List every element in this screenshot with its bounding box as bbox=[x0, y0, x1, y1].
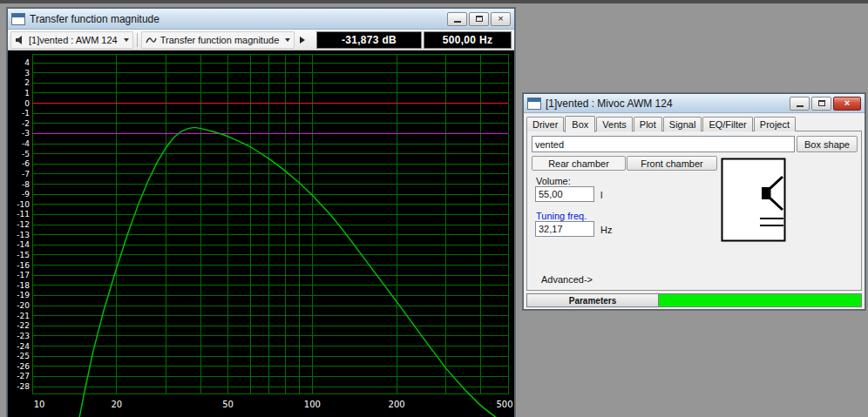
x-tick-label: 10 bbox=[34, 400, 45, 409]
x-tick-label: 200 bbox=[389, 400, 405, 409]
advanced-button[interactable]: Advanced-> bbox=[541, 274, 593, 285]
minimize-button[interactable] bbox=[790, 97, 810, 111]
minimize-icon bbox=[454, 21, 461, 23]
driver-select[interactable]: [1]vented : AWM 124 bbox=[10, 31, 133, 49]
tab-driver[interactable]: Driver bbox=[526, 117, 564, 131]
close-button[interactable]: × bbox=[491, 12, 511, 26]
transfer-function-window: Transfer function magnitude × [1]vented … bbox=[7, 8, 515, 417]
plot-window-title: Transfer function magnitude bbox=[30, 13, 445, 25]
speaker-icon bbox=[15, 35, 25, 45]
mdi-background: Transfer function magnitude × [1]vented … bbox=[0, 0, 868, 417]
x-tick-label: 500 bbox=[496, 400, 512, 409]
y-tick-label: 3 bbox=[24, 69, 30, 77]
tab-signal[interactable]: Signal bbox=[663, 117, 702, 131]
close-button[interactable]: × bbox=[833, 97, 861, 111]
y-tick-label: -4 bbox=[22, 139, 30, 148]
tab-vents[interactable]: Vents bbox=[596, 117, 633, 131]
y-tick-label: -16 bbox=[17, 261, 30, 270]
tab-strip: Driver Box Vents Plot Signal EQ/Filter P… bbox=[524, 113, 865, 131]
volume-input[interactable] bbox=[535, 186, 594, 202]
y-tick-label: -1 bbox=[22, 109, 30, 118]
transfer-function-chart: 43210-1-2-3-4-5-6-7-8-9-10-11-12-13-14-1… bbox=[8, 50, 514, 417]
y-tick-label: -21 bbox=[17, 312, 30, 320]
y-tick-label: -26 bbox=[17, 362, 30, 371]
volume-label: Volume: bbox=[536, 176, 571, 186]
maximize-icon bbox=[476, 16, 483, 22]
volume-unit: l bbox=[600, 190, 602, 200]
maximize-button[interactable] bbox=[469, 12, 489, 26]
y-tick-label: -15 bbox=[17, 251, 30, 259]
box-outline bbox=[722, 159, 785, 241]
y-tick-label: -28 bbox=[17, 382, 30, 391]
y-tick-label: 4 bbox=[24, 58, 30, 67]
box-window-icon bbox=[527, 98, 541, 110]
box-shape-diagram bbox=[721, 158, 786, 242]
tab-project[interactable]: Project bbox=[754, 117, 796, 131]
box-window-title: [1]vented : Mivoc AWM 124 bbox=[546, 98, 788, 110]
curve-icon bbox=[146, 35, 157, 45]
box-properties-window: [1]vented : Mivoc AWM 124 × Driver Box V… bbox=[523, 93, 865, 310]
progress-bar bbox=[659, 293, 862, 307]
box-window-titlebar[interactable]: [1]vented : Mivoc AWM 124 × bbox=[524, 94, 865, 113]
y-tick-label: -20 bbox=[17, 301, 30, 310]
y-tick-label: -23 bbox=[17, 332, 30, 340]
y-tick-label: -22 bbox=[17, 321, 30, 330]
y-tick-label: -13 bbox=[17, 231, 30, 239]
plot-window-caption-buttons: × bbox=[445, 12, 511, 26]
y-tick-label: -19 bbox=[17, 291, 30, 299]
tuning-freq-input[interactable] bbox=[535, 221, 594, 237]
y-tick-label: -18 bbox=[17, 281, 30, 290]
graph-type-select[interactable]: Transfer function magnitude bbox=[141, 31, 295, 49]
box-window-caption-buttons: × bbox=[788, 97, 861, 111]
front-chamber-button[interactable]: Front chamber bbox=[627, 156, 717, 171]
y-tick-label: -17 bbox=[17, 271, 30, 279]
y-tick-label: -5 bbox=[22, 150, 30, 158]
tuning-freq-unit: Hz bbox=[600, 225, 612, 235]
maximize-icon bbox=[818, 100, 825, 106]
minimize-button[interactable] bbox=[447, 12, 467, 26]
x-tick-label: 50 bbox=[222, 400, 234, 409]
box-tab-page: Box shape Rear chamber Front chamber Vol… bbox=[526, 131, 862, 291]
parameters-button[interactable]: Parameters bbox=[526, 293, 659, 307]
frequency-readout: 500,00 Hz bbox=[424, 31, 512, 49]
toolbar-separator bbox=[137, 33, 138, 47]
y-tick-label: -8 bbox=[22, 180, 30, 189]
x-tick-label: 20 bbox=[111, 400, 122, 409]
plot-toolbar: [1]vented : AWM 124 Transfer function ma… bbox=[8, 30, 514, 50]
y-tick-label: -14 bbox=[17, 240, 30, 249]
y-tick-label: -12 bbox=[17, 220, 30, 229]
y-tick-label: 1 bbox=[24, 89, 30, 98]
y-tick-label: -10 bbox=[17, 200, 30, 209]
y-tick-label: -7 bbox=[22, 170, 30, 178]
chevron-down-icon bbox=[124, 38, 129, 42]
plot-window-titlebar[interactable]: Transfer function magnitude × bbox=[8, 9, 514, 30]
tab-plot[interactable]: Plot bbox=[634, 117, 662, 131]
y-tick-label: 2 bbox=[24, 78, 30, 87]
plot-window-icon bbox=[11, 13, 25, 25]
y-tick-label: -24 bbox=[17, 342, 30, 351]
y-tick-label: -2 bbox=[22, 119, 30, 128]
minimize-icon bbox=[797, 105, 804, 107]
box-shape-button[interactable]: Box shape bbox=[797, 136, 858, 152]
plot-area[interactable]: 43210-1-2-3-4-5-6-7-8-9-10-11-12-13-14-1… bbox=[8, 50, 514, 417]
project-name-input[interactable] bbox=[532, 136, 795, 152]
y-tick-label: -3 bbox=[22, 129, 30, 138]
chevron-down-icon bbox=[285, 38, 290, 42]
x-tick-label: 100 bbox=[304, 400, 321, 409]
magnitude-readout: -31,873 dB bbox=[316, 31, 422, 49]
transfer-function-curve bbox=[78, 127, 508, 417]
tuning-freq-label[interactable]: Tuning freq. bbox=[536, 211, 587, 221]
rear-chamber-button[interactable]: Rear chamber bbox=[532, 156, 626, 171]
y-tick-label: -9 bbox=[22, 190, 30, 198]
status-bar: Parameters bbox=[526, 293, 862, 307]
next-graph-button[interactable] bbox=[296, 32, 309, 48]
graph-type-select-value: Transfer function magnitude bbox=[160, 35, 280, 45]
tab-eq-filter[interactable]: EQ/Filter bbox=[702, 117, 752, 131]
tab-box[interactable]: Box bbox=[565, 116, 595, 132]
maximize-button[interactable] bbox=[811, 97, 831, 111]
y-tick-label: 0 bbox=[24, 99, 30, 108]
y-tick-label: -11 bbox=[17, 210, 30, 219]
y-tick-label: -6 bbox=[22, 159, 30, 168]
y-tick-label: -25 bbox=[17, 352, 30, 360]
plot-frame bbox=[32, 54, 508, 393]
